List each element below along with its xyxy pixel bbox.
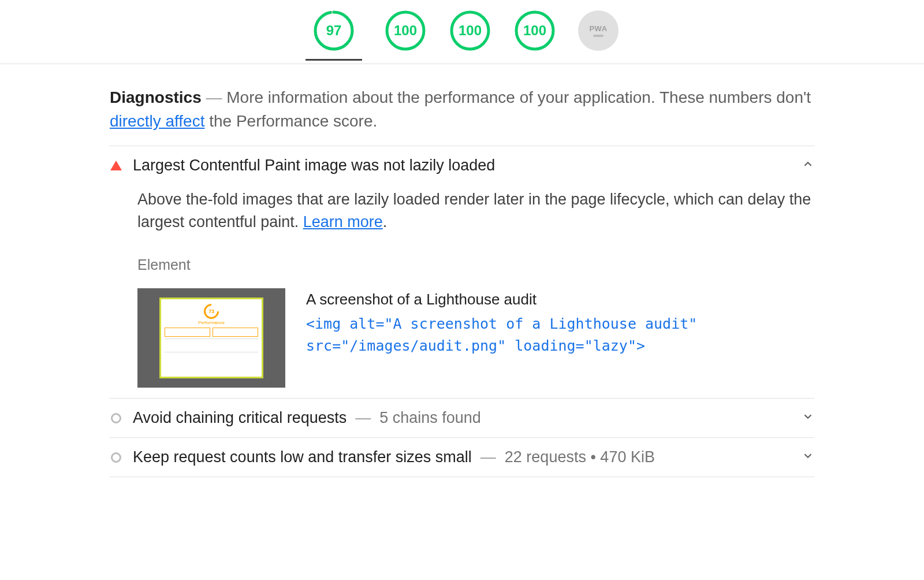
- pwa-bar-icon: [593, 35, 603, 37]
- audit-title: Largest Contentful Paint image was not l…: [133, 157, 791, 174]
- element-caption: A screenshot of a Lighthouse audit: [306, 288, 814, 311]
- diagnostics-link[interactable]: directly affect: [110, 112, 204, 130]
- fail-triangle-icon: [110, 161, 122, 170]
- score-gauge-performance[interactable]: 97: [305, 9, 362, 61]
- pwa-label: PWA: [589, 24, 607, 33]
- audit-title: Keep request counts low and transfer siz…: [133, 448, 791, 466]
- audit-header[interactable]: Keep request counts low and transfer siz…: [110, 448, 814, 466]
- score-gauge-accessibility[interactable]: 100: [384, 9, 427, 52]
- element-thumbnail: 73 Performance: [137, 288, 285, 388]
- learn-more-link[interactable]: Learn more: [303, 213, 383, 230]
- audit-title: Avoid chaining critical requests — 5 cha…: [133, 409, 791, 427]
- score-gauge-best-practices[interactable]: 100: [449, 9, 491, 52]
- score-value: 100: [523, 23, 546, 39]
- chevron-up-icon: [802, 158, 814, 174]
- audit-header[interactable]: Avoid chaining critical requests — 5 cha…: [110, 409, 814, 427]
- diagnostics-desc: More information about the performance o…: [226, 88, 811, 106]
- neutral-circle-icon: [110, 413, 122, 423]
- audit-body: Above the-fold images that are lazily lo…: [110, 174, 814, 388]
- score-value: 100: [394, 23, 417, 39]
- element-row: 73 Performance A screenshot of a Lightho…: [137, 288, 814, 388]
- element-code: <img alt="A screenshot of a Lighthouse a…: [306, 313, 814, 356]
- chevron-down-icon: [802, 410, 814, 426]
- element-label: Element: [137, 256, 814, 273]
- audit-meta: 22 requests • 470 KiB: [505, 448, 655, 466]
- pwa-badge[interactable]: PWA: [578, 10, 619, 51]
- audit-description: Above the-fold images that are lazily lo…: [137, 188, 814, 233]
- score-gauge-seo[interactable]: 100: [513, 9, 556, 52]
- audit-item: Largest Contentful Paint image was not l…: [110, 146, 814, 398]
- chevron-down-icon: [802, 449, 814, 466]
- audit-item: Avoid chaining critical requests — 5 cha…: [110, 398, 814, 437]
- score-value: 100: [459, 23, 482, 39]
- neutral-circle-icon: [110, 452, 122, 463]
- score-value: 97: [326, 23, 342, 39]
- element-details: A screenshot of a Lighthouse audit <img …: [306, 288, 814, 356]
- diagnostics-title: Diagnostics: [110, 88, 202, 106]
- score-topbar: 97 100 100 100 PWA: [0, 0, 924, 64]
- diagnostics-header: Diagnostics — More information about the…: [110, 86, 814, 133]
- audit-header[interactable]: Largest Contentful Paint image was not l…: [110, 157, 814, 174]
- audit-meta: 5 chains found: [379, 409, 481, 426]
- audit-item: Keep request counts low and transfer siz…: [110, 437, 814, 477]
